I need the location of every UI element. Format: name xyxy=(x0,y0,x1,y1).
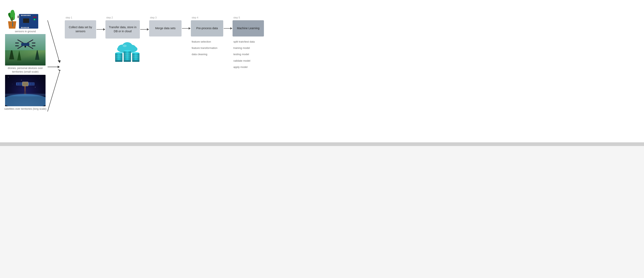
left-sources-column: sensors in ground xyxy=(4,6,46,142)
steps-area: step 1 Collect data set by sensors step … xyxy=(65,6,640,142)
arrow-1-2 xyxy=(96,29,105,30)
step1-box: Collect data set by sensors xyxy=(65,20,96,39)
step5-subitem-4: apply model xyxy=(233,64,264,70)
step5-subitems: split train/test data training model tes… xyxy=(232,37,264,70)
step2-label: step 2 xyxy=(106,16,149,19)
arrows-svg xyxy=(46,4,63,142)
step5-label: step 5 xyxy=(233,16,264,19)
step4-subitem-0: feature selection xyxy=(192,39,232,45)
step5-unit: step 5 Machine Learning split train/test… xyxy=(232,16,264,70)
step5-subitem-0: split train/test data xyxy=(233,39,264,45)
drone-label: drones, personal devices over territorie… xyxy=(4,66,46,74)
step4-subitems: feature selection feature transformation… xyxy=(191,37,232,58)
bottom-bar xyxy=(0,142,644,146)
step4-subitem-1: feature transformation xyxy=(192,45,232,51)
step3-unit: step 3 Merge data sets xyxy=(149,16,191,59)
step4-unit: step 4 Pre-process data feature selectio… xyxy=(191,16,232,58)
satellite-source: satellites over territories (long scale) xyxy=(4,75,46,111)
steps-row: step 1 Collect data set by sensors step … xyxy=(65,16,640,70)
arrow-3-4 xyxy=(182,28,190,29)
svg-marker-1 xyxy=(58,60,61,63)
sensor-label: sensors in ground xyxy=(15,30,36,33)
step4-subitem-2: data cleaning xyxy=(192,51,232,57)
cloud-db-visual xyxy=(106,41,149,62)
arrow-4-5 xyxy=(224,28,232,29)
satellite-label: satellites over territories (long scale) xyxy=(4,107,46,111)
step4-box: Pre-process data xyxy=(191,20,223,37)
diagram-container: sensors in ground xyxy=(0,0,644,146)
step2-unit: step 2 Transfer data, store in DB or in … xyxy=(106,16,149,62)
svg-line-0 xyxy=(48,20,60,63)
step5-subitem-1: training model xyxy=(233,45,264,51)
svg-point-10 xyxy=(123,45,127,47)
step5-subitem-2: testing model xyxy=(233,51,264,57)
sensor-source: sensors in ground xyxy=(4,6,46,33)
step3-box: Merge data sets xyxy=(149,20,182,37)
step5-subitem-3: validate model xyxy=(233,58,264,64)
svg-marker-3 xyxy=(58,66,60,68)
svg-line-4 xyxy=(48,71,60,111)
step2-box: Transfer data, store in DB or in cloud xyxy=(106,20,140,39)
step1-unit: step 1 Collect data set by sensors xyxy=(65,16,106,61)
step3-label: step 3 xyxy=(150,16,191,19)
step1-label: step 1 xyxy=(66,16,106,19)
arrow-2-3 xyxy=(140,29,149,30)
step4-label: step 4 xyxy=(192,16,232,19)
svg-marker-5 xyxy=(58,69,61,71)
step5-box: Machine Learning xyxy=(232,20,264,37)
drone-source: drones, personal devices over territorie… xyxy=(4,34,46,74)
